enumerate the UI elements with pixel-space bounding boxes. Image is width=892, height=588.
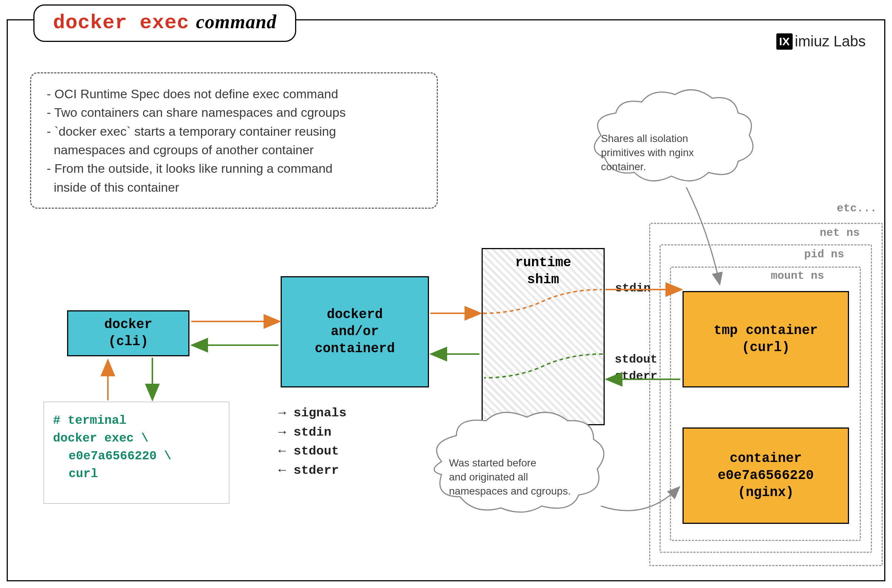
- cloud-bottom-text: Was started before and originated all na…: [449, 456, 609, 498]
- runtime-shim-box: runtime shim: [481, 248, 605, 425]
- net-ns-label: net ns: [820, 226, 860, 239]
- note-line: - From the outside, it looks like runnin…: [47, 159, 421, 178]
- terminal-line: curl: [53, 465, 220, 483]
- title-mono: docker exec: [53, 12, 189, 34]
- tmp-container-box: tmp container (curl): [682, 291, 849, 387]
- mount-ns-label: mount ns: [771, 270, 824, 282]
- brand-label: IXimiuz Labs: [777, 33, 866, 50]
- note-line: - Two containers can share namespaces an…: [47, 103, 421, 122]
- etc-label: etc...: [837, 202, 877, 214]
- nginx-container-box: container e0e7a6566220 (nginx): [682, 428, 849, 524]
- title-pill: docker exec command: [33, 4, 296, 42]
- signals-list: → signals → stdin ← stdout ← stderr: [279, 404, 347, 480]
- dockerd-box: dockerd and/or containerd: [281, 276, 429, 387]
- terminal-line: e0e7a6566220 \: [53, 447, 220, 465]
- note-line: inside of this container: [47, 178, 421, 196]
- docker-cli-box: docker (cli): [67, 310, 189, 356]
- stdin-label: stdin: [615, 280, 651, 297]
- brand-icon: IX: [777, 33, 793, 50]
- terminal-line: docker exec \: [53, 430, 220, 447]
- title-script: command: [196, 11, 277, 33]
- note-line: - `docker exec` starts a temporary conta…: [47, 122, 421, 141]
- pid-ns-label: pid ns: [804, 248, 844, 261]
- cloud-top-text: Shares all isolation primitives with ngi…: [601, 132, 738, 174]
- terminal-box: # terminal docker exec \ e0e7a6566220 \ …: [43, 402, 229, 504]
- note-line: - OCI Runtime Spec does not define exec …: [47, 84, 421, 103]
- terminal-comment: # terminal: [53, 412, 220, 430]
- stdout-stderr-label: stdoutstderr: [615, 351, 657, 385]
- notes-box: - OCI Runtime Spec does not define exec …: [30, 72, 438, 209]
- diagram-frame: IXimiuz Labs - OCI Runtime Spec does not…: [7, 19, 885, 581]
- note-line: namespaces and cgroups of another contai…: [47, 141, 421, 159]
- brand-text: imiuz Labs: [795, 33, 866, 50]
